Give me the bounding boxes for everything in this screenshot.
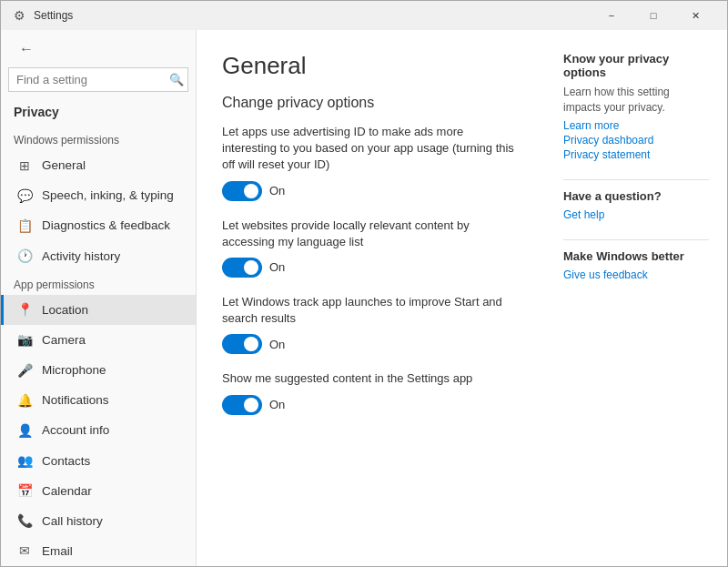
sidebar-item-email[interactable]: ✉ Email — [1, 536, 196, 566]
sidebar-item-email-label: Email — [42, 544, 73, 558]
sidebar-item-microphone[interactable]: 🎤 Microphone — [1, 355, 196, 385]
divider-2 — [563, 239, 709, 240]
sidebar-item-location-label: Location — [42, 303, 88, 317]
titlebar-icon: ⚙ — [12, 8, 26, 23]
toggle-row-app-launches: Let Windows track app launches to improv… — [222, 294, 520, 354]
sidebar-item-calendar[interactable]: 📅 Calendar — [1, 476, 196, 506]
search-icon: 🔍 — [169, 73, 184, 86]
main-content: ← 🔍 Privacy Windows permissions ⊞ Genera… — [1, 30, 727, 566]
toggle-container-app-launches: On — [222, 334, 520, 354]
give-feedback-link[interactable]: Give us feedback — [563, 268, 709, 281]
page-title: General — [222, 52, 520, 80]
settings-window: ⚙ Settings − □ ✕ ← 🔍 Privacy Windows per… — [0, 0, 728, 567]
maximize-button[interactable]: □ — [632, 1, 674, 30]
get-help-link[interactable]: Get help — [563, 208, 709, 221]
camera-icon: 📷 — [16, 331, 33, 348]
toggle-ad-id[interactable] — [222, 181, 262, 201]
account-info-icon: 👤 — [16, 422, 33, 439]
toggle-description-language: Let websites provide locally relevant co… — [222, 218, 520, 250]
titlebar-title: Settings — [34, 9, 591, 22]
sidebar-item-location[interactable]: 📍 Location — [1, 295, 196, 325]
titlebar-controls: − □ ✕ — [591, 1, 716, 30]
toggle-label-ad-id: On — [269, 184, 285, 197]
right-panel-title-question: Have a question? — [563, 189, 709, 203]
divider-1 — [563, 179, 709, 180]
toggle-row-suggested-content: Show me suggested content in the Setting… — [222, 370, 520, 414]
calendar-icon: 📅 — [16, 482, 33, 499]
sidebar-item-speech-label: Speech, inking, & typing — [42, 188, 174, 202]
sidebar-item-account-info-label: Account info — [42, 423, 109, 437]
toggle-container-suggested-content: On — [222, 395, 520, 415]
right-panel-title-privacy: Know your privacy options — [563, 52, 709, 79]
content-area: General Change privacy options Let apps … — [197, 30, 545, 566]
sidebar-item-notifications[interactable]: 🔔 Notifications — [1, 385, 196, 415]
back-button[interactable]: ← — [8, 34, 45, 64]
sidebar-item-camera[interactable]: 📷 Camera — [1, 325, 196, 355]
right-panel-title-feedback: Make Windows better — [563, 249, 709, 263]
general-icon: ⊞ — [16, 157, 33, 174]
sidebar-item-activity-label: Activity history — [42, 249, 120, 263]
privacy-dashboard-link[interactable]: Privacy dashboard — [563, 134, 709, 147]
sidebar-item-activity[interactable]: 🕐 Activity history — [1, 240, 196, 270]
learn-more-link[interactable]: Learn more — [563, 119, 709, 132]
windows-permissions-label: Windows permissions — [1, 127, 196, 150]
right-panel-section-privacy: Know your privacy options Learn how this… — [563, 52, 709, 161]
toggle-row-language: Let websites provide locally relevant co… — [222, 218, 520, 278]
sidebar-item-call-history[interactable]: 📞 Call history — [1, 506, 196, 536]
location-icon: 📍 — [16, 301, 33, 318]
sidebar-item-microphone-label: Microphone — [42, 363, 106, 377]
toggle-container-language: On — [222, 258, 520, 278]
microphone-icon: 🎤 — [16, 362, 33, 379]
email-icon: ✉ — [16, 542, 33, 559]
right-panel-text-privacy: Learn how this setting impacts your priv… — [563, 85, 709, 116]
sidebar-item-camera-label: Camera — [42, 333, 86, 347]
sidebar-item-call-history-label: Call history — [42, 514, 103, 528]
sidebar-item-contacts-label: Contacts — [42, 454, 90, 468]
search-box: 🔍 — [8, 67, 188, 92]
minimize-button[interactable]: − — [591, 1, 632, 30]
right-panel-section-feedback: Make Windows better Give us feedback — [563, 249, 709, 281]
section-title: Change privacy options — [222, 95, 520, 111]
toggle-container-ad-id: On — [222, 181, 520, 201]
notifications-icon: 🔔 — [16, 392, 33, 409]
sidebar-item-general[interactable]: ⊞ General — [1, 150, 196, 180]
toggle-app-launches[interactable] — [222, 334, 262, 354]
sidebar-privacy-label: Privacy — [1, 99, 196, 127]
right-panel-section-question: Have a question? Get help — [563, 189, 709, 221]
sidebar-item-contacts[interactable]: 👥 Contacts — [1, 445, 196, 475]
right-panel: Know your privacy options Learn how this… — [545, 30, 727, 566]
sidebar-item-diagnostics[interactable]: 📋 Diagnostics & feedback — [1, 210, 196, 240]
toggle-description-app-launches: Let Windows track app launches to improv… — [222, 294, 520, 327]
toggle-language[interactable] — [222, 258, 262, 278]
toggle-label-language: On — [269, 260, 285, 274]
sidebar-item-notifications-label: Notifications — [42, 393, 109, 407]
app-permissions-label: App permissions — [1, 271, 196, 295]
contacts-icon: 👥 — [16, 452, 33, 469]
sidebar-item-general-label: General — [42, 158, 86, 172]
sidebar-item-speech[interactable]: 💬 Speech, inking, & typing — [1, 180, 196, 210]
toggle-label-app-launches: On — [269, 338, 285, 351]
privacy-statement-link[interactable]: Privacy statement — [563, 148, 709, 161]
toggle-row-ad-id: Let apps use advertising ID to make ads … — [222, 124, 520, 201]
sidebar-item-calendar-label: Calendar — [42, 484, 92, 498]
sidebar: ← 🔍 Privacy Windows permissions ⊞ Genera… — [1, 30, 197, 566]
search-input[interactable] — [16, 73, 169, 86]
speech-icon: 💬 — [16, 187, 33, 204]
activity-icon: 🕐 — [16, 248, 33, 264]
toggle-label-suggested-content: On — [269, 398, 285, 411]
close-button[interactable]: ✕ — [674, 1, 716, 30]
sidebar-item-account-info[interactable]: 👤 Account info — [1, 415, 196, 445]
titlebar: ⚙ Settings − □ ✕ — [1, 1, 727, 30]
toggle-description-ad-id: Let apps use advertising ID to make ads … — [222, 124, 520, 174]
toggle-description-suggested-content: Show me suggested content in the Setting… — [222, 370, 520, 387]
sidebar-item-diagnostics-label: Diagnostics & feedback — [42, 218, 170, 232]
diagnostics-icon: 📋 — [16, 218, 33, 234]
call-history-icon: 📞 — [16, 512, 33, 529]
toggle-suggested-content[interactable] — [222, 395, 262, 415]
